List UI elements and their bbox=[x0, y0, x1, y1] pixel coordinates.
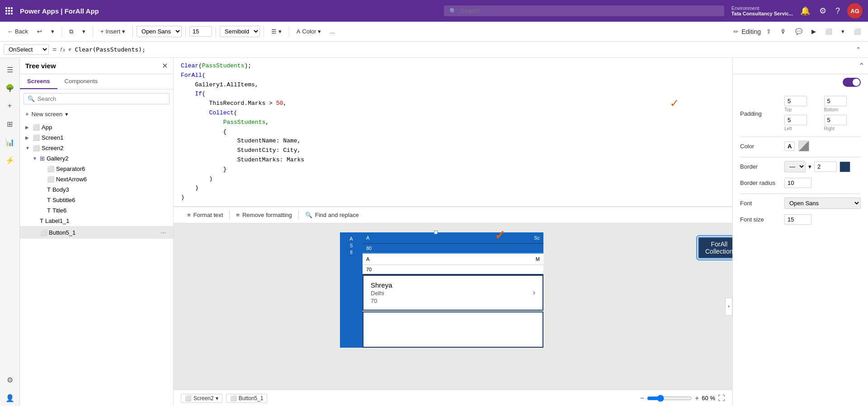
more-button[interactable]: ... bbox=[326, 26, 339, 37]
padding-right-cell: Right bbox=[824, 115, 861, 131]
settings-icon[interactable]: ⚙ bbox=[817, 4, 828, 18]
tree-close-button[interactable]: ✕ bbox=[162, 61, 168, 70]
tree-item-title6[interactable]: T Title6 bbox=[20, 205, 173, 216]
zoom-out-button[interactable]: − bbox=[640, 394, 644, 402]
play-button[interactable]: ▶ bbox=[808, 26, 820, 37]
screen-badge[interactable]: ⬜ Screen2 ▾ bbox=[181, 394, 222, 403]
tree-item-screen1[interactable]: ▶ ⬜ Screen1 bbox=[20, 132, 173, 143]
zoom-in-button[interactable]: + bbox=[695, 394, 699, 402]
padding-right-input[interactable] bbox=[824, 115, 847, 125]
gallery-item-empty bbox=[363, 312, 543, 348]
publish-button[interactable]: ⬜ bbox=[821, 26, 836, 37]
tree-item-screen2[interactable]: ▼ ⬜ Screen2 bbox=[20, 143, 173, 153]
editing-badge: ✏ Editing bbox=[733, 28, 761, 35]
tree-item-label1-1[interactable]: T Label1_1 bbox=[20, 216, 173, 226]
gallery-row-4: 70 bbox=[363, 265, 543, 275]
formula-selector[interactable]: OnSelect bbox=[4, 44, 49, 55]
divider-1 bbox=[740, 137, 861, 137]
font-family-select[interactable]: Open Sans bbox=[784, 198, 861, 209]
sidebar-insert-icon[interactable]: + bbox=[2, 98, 18, 114]
comment-button[interactable]: 💬 bbox=[792, 26, 806, 37]
code-line-6: Collect( bbox=[181, 109, 725, 118]
tree-item-body3[interactable]: T Body3 bbox=[20, 184, 173, 195]
back-button[interactable]: ← Back bbox=[4, 26, 32, 37]
gallery-icon: ⊞ bbox=[40, 155, 45, 162]
code-editor[interactable]: ✓ Clear(PassStudents); ForAll( Gallery1.… bbox=[174, 58, 732, 207]
toggle-switch[interactable] bbox=[843, 78, 861, 87]
border-size-input[interactable] bbox=[814, 161, 837, 172]
border-controls: — ▾ bbox=[784, 161, 850, 172]
canvas-expand-right[interactable]: › bbox=[725, 297, 732, 316]
gallery-item-shreya[interactable]: Shreya Delhi 70 › bbox=[363, 275, 543, 311]
new-screen-button[interactable]: + New screen ▾ bbox=[20, 108, 173, 120]
collapse-panel-button[interactable]: ⌃ bbox=[859, 61, 864, 70]
plus-icon: + bbox=[25, 111, 29, 118]
tree-item-nextarrow6[interactable]: ⬜ NextArrow6 bbox=[20, 174, 173, 184]
component-badge[interactable]: ⬜ Button5_1 bbox=[226, 394, 268, 403]
tree-item-app[interactable]: ▶ ⬜ App bbox=[20, 122, 173, 132]
canvas-sidebar-strip: A S 8 bbox=[340, 232, 363, 348]
padding-left-input[interactable] bbox=[784, 115, 807, 125]
help-icon[interactable]: ? bbox=[834, 5, 842, 18]
sidebar-settings-icon[interactable]: ⚙ bbox=[2, 372, 18, 388]
border-color-swatch[interactable] bbox=[840, 161, 850, 172]
sidebar-data-icon[interactable]: ⊞ bbox=[2, 116, 18, 132]
font-weight-select[interactable]: Semibold bbox=[220, 26, 260, 37]
avatar[interactable]: AG bbox=[847, 3, 863, 19]
border-radius-input[interactable] bbox=[784, 178, 811, 188]
zoom-slider[interactable] bbox=[647, 395, 692, 402]
voice-button[interactable]: 🎙 bbox=[777, 26, 790, 37]
sidebar-menu-icon[interactable]: ☰ bbox=[2, 61, 18, 78]
color-fill-swatch[interactable] bbox=[798, 141, 809, 151]
copy-button[interactable]: ⧉ bbox=[66, 26, 77, 37]
share-button[interactable]: ⬜ bbox=[850, 26, 864, 37]
publish-dropdown[interactable]: ▾ bbox=[838, 26, 848, 37]
undo-dropdown[interactable]: ▾ bbox=[47, 26, 58, 37]
chevron-down-icon: ▾ bbox=[65, 111, 68, 118]
find-replace-button[interactable]: 🔍 Find and replace bbox=[299, 210, 365, 220]
align-button[interactable]: ☰ ▾ bbox=[268, 26, 285, 37]
code-line-14: ) bbox=[181, 184, 725, 193]
center-area: ✓ Clear(PassStudents); ForAll( Gallery1.… bbox=[174, 58, 732, 406]
grid-menu-icon[interactable] bbox=[5, 7, 13, 14]
tree-item-separator6[interactable]: ⬜ Separator6 bbox=[20, 164, 173, 174]
format-text-icon: ≡ bbox=[187, 212, 191, 218]
color-controls: A bbox=[784, 141, 809, 151]
tree-item-button5-1[interactable]: ⬜ Button5_1 ··· bbox=[20, 226, 173, 239]
separator-icon: ⬜ bbox=[47, 165, 54, 172]
code-toolbar: ≡ Format text ≡ Remove formatting 🔍 Find… bbox=[174, 207, 732, 223]
format-text-button[interactable]: ≡ Format text bbox=[181, 210, 229, 220]
color-button[interactable]: A Color ▾ bbox=[293, 26, 325, 37]
font-size-prop-input[interactable] bbox=[784, 214, 811, 225]
more-options-button[interactable]: ··· bbox=[159, 228, 168, 237]
insert-button[interactable]: + Insert ▾ bbox=[97, 26, 129, 37]
tab-components[interactable]: Components bbox=[57, 74, 105, 89]
tab-screens[interactable]: Screens bbox=[20, 74, 57, 89]
tree-item-gallery2[interactable]: ▼ ⊞ Gallery2 bbox=[20, 153, 173, 164]
sidebar-analytics-icon[interactable]: 📊 bbox=[2, 134, 18, 150]
bottom-bar-left: ⬜ Screen2 ▾ ⬜ Button5_1 bbox=[181, 394, 267, 403]
sidebar-power-icon[interactable]: ⚡ bbox=[2, 152, 18, 168]
tree-search-input[interactable] bbox=[38, 95, 165, 102]
preview-export-button[interactable]: ⇧ bbox=[763, 26, 775, 37]
notification-icon[interactable]: 🔔 bbox=[798, 4, 812, 18]
undo-button[interactable]: ↩ bbox=[33, 26, 46, 37]
app-title: Power Apps | ForAll App bbox=[20, 7, 99, 15]
remove-formatting-button[interactable]: ≡ Remove formatting bbox=[230, 210, 298, 220]
formula-input[interactable] bbox=[75, 46, 849, 53]
copy-dropdown[interactable]: ▾ bbox=[79, 26, 89, 37]
sidebar-tree-icon[interactable]: 🌳 bbox=[2, 80, 18, 96]
tree-item-subtitle6[interactable]: T Subtitle6 bbox=[20, 195, 173, 205]
chevron-right-icon: › bbox=[533, 288, 535, 297]
search-input[interactable] bbox=[460, 7, 719, 14]
sidebar-account-icon[interactable]: 👤 bbox=[2, 390, 18, 406]
fullscreen-button[interactable]: ⛶ bbox=[718, 394, 725, 402]
border-style-select[interactable]: — bbox=[784, 161, 806, 172]
font-size-input[interactable] bbox=[189, 26, 212, 37]
chevron-down-icon: ▼ bbox=[25, 146, 31, 151]
formula-expand[interactable]: ⌃ bbox=[852, 44, 864, 55]
padding-top-input[interactable] bbox=[784, 96, 807, 106]
font-select[interactable]: Open Sans bbox=[137, 26, 182, 37]
forall-collection-button[interactable]: ForAll Collection bbox=[698, 237, 732, 259]
padding-bottom-input[interactable] bbox=[824, 96, 847, 106]
